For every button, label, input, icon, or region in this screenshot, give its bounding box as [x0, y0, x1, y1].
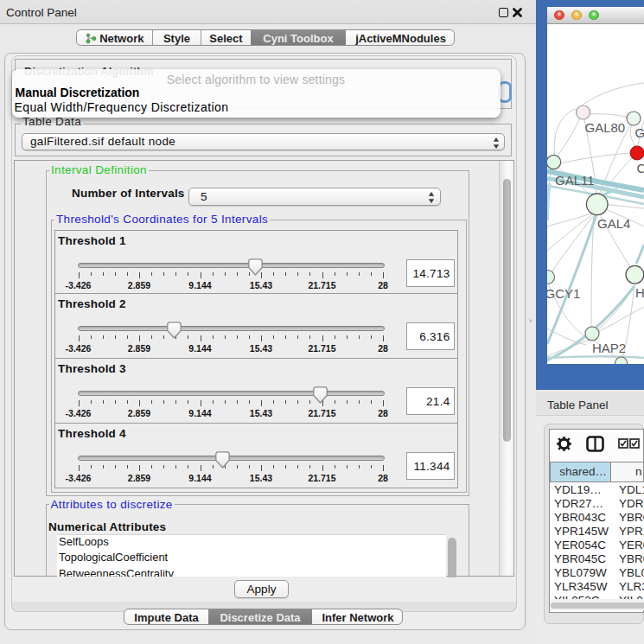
- svg-text:HAP2: HAP2: [592, 341, 626, 355]
- svg-text:H: H: [635, 285, 644, 300]
- svg-text:GCY1: GCY1: [547, 286, 580, 301]
- svg-text:GAL4: GAL4: [597, 216, 630, 231]
- svg-text:G.: G.: [635, 125, 644, 140]
- svg-text:GAL80: GAL80: [585, 120, 626, 135]
- svg-text:GAL11: GAL11: [555, 173, 595, 188]
- svg-text:CR: CR: [637, 161, 644, 175]
